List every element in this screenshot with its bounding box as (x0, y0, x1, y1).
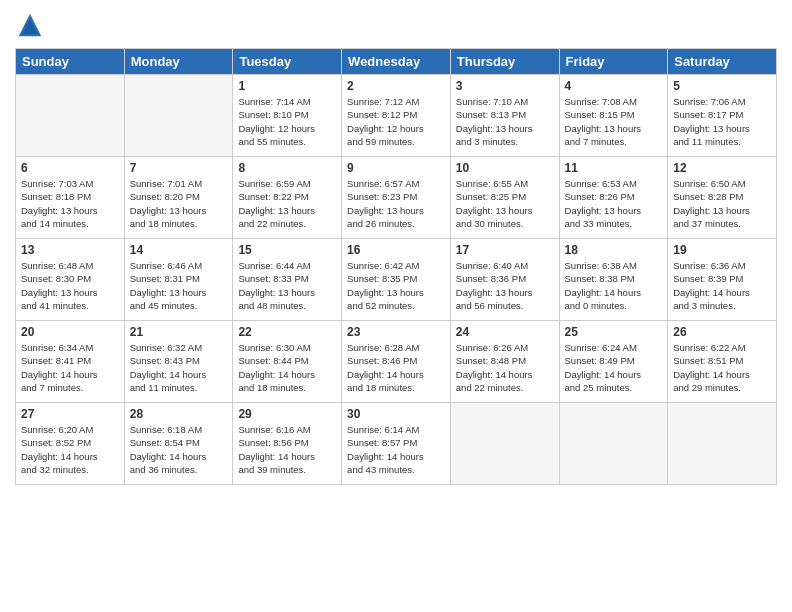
day-number: 21 (130, 325, 228, 339)
day-info: Sunrise: 6:16 AM Sunset: 8:56 PM Dayligh… (238, 423, 336, 476)
calendar-day-cell (668, 403, 777, 485)
calendar-day-cell (124, 75, 233, 157)
calendar-day-cell: 3Sunrise: 7:10 AM Sunset: 8:13 PM Daylig… (450, 75, 559, 157)
calendar-day-cell: 22Sunrise: 6:30 AM Sunset: 8:44 PM Dayli… (233, 321, 342, 403)
day-number: 30 (347, 407, 445, 421)
calendar-day-cell: 1Sunrise: 7:14 AM Sunset: 8:10 PM Daylig… (233, 75, 342, 157)
day-number: 26 (673, 325, 771, 339)
calendar-day-cell: 7Sunrise: 7:01 AM Sunset: 8:20 PM Daylig… (124, 157, 233, 239)
day-info: Sunrise: 6:57 AM Sunset: 8:23 PM Dayligh… (347, 177, 445, 230)
day-number: 19 (673, 243, 771, 257)
weekday-header: Friday (559, 49, 668, 75)
calendar-week-row: 27Sunrise: 6:20 AM Sunset: 8:52 PM Dayli… (16, 403, 777, 485)
day-number: 22 (238, 325, 336, 339)
calendar-day-cell: 28Sunrise: 6:18 AM Sunset: 8:54 PM Dayli… (124, 403, 233, 485)
day-info: Sunrise: 6:28 AM Sunset: 8:46 PM Dayligh… (347, 341, 445, 394)
day-info: Sunrise: 7:03 AM Sunset: 8:18 PM Dayligh… (21, 177, 119, 230)
day-info: Sunrise: 6:24 AM Sunset: 8:49 PM Dayligh… (565, 341, 663, 394)
calendar-day-cell: 14Sunrise: 6:46 AM Sunset: 8:31 PM Dayli… (124, 239, 233, 321)
day-info: Sunrise: 6:59 AM Sunset: 8:22 PM Dayligh… (238, 177, 336, 230)
day-number: 27 (21, 407, 119, 421)
weekday-header: Wednesday (342, 49, 451, 75)
calendar-day-cell: 4Sunrise: 7:08 AM Sunset: 8:15 PM Daylig… (559, 75, 668, 157)
day-info: Sunrise: 6:55 AM Sunset: 8:25 PM Dayligh… (456, 177, 554, 230)
page-container: SundayMondayTuesdayWednesdayThursdayFrid… (0, 0, 792, 612)
logo (15, 10, 49, 40)
day-number: 25 (565, 325, 663, 339)
day-number: 28 (130, 407, 228, 421)
day-info: Sunrise: 6:46 AM Sunset: 8:31 PM Dayligh… (130, 259, 228, 312)
calendar-day-cell: 11Sunrise: 6:53 AM Sunset: 8:26 PM Dayli… (559, 157, 668, 239)
day-number: 16 (347, 243, 445, 257)
day-info: Sunrise: 7:10 AM Sunset: 8:13 PM Dayligh… (456, 95, 554, 148)
day-number: 1 (238, 79, 336, 93)
calendar-day-cell: 13Sunrise: 6:48 AM Sunset: 8:30 PM Dayli… (16, 239, 125, 321)
day-info: Sunrise: 6:32 AM Sunset: 8:43 PM Dayligh… (130, 341, 228, 394)
calendar-day-cell: 10Sunrise: 6:55 AM Sunset: 8:25 PM Dayli… (450, 157, 559, 239)
day-number: 24 (456, 325, 554, 339)
logo-icon (15, 10, 45, 40)
day-number: 18 (565, 243, 663, 257)
weekday-header-row: SundayMondayTuesdayWednesdayThursdayFrid… (16, 49, 777, 75)
calendar-week-row: 20Sunrise: 6:34 AM Sunset: 8:41 PM Dayli… (16, 321, 777, 403)
day-info: Sunrise: 6:53 AM Sunset: 8:26 PM Dayligh… (565, 177, 663, 230)
day-info: Sunrise: 6:42 AM Sunset: 8:35 PM Dayligh… (347, 259, 445, 312)
calendar-day-cell (450, 403, 559, 485)
day-number: 14 (130, 243, 228, 257)
calendar-day-cell: 17Sunrise: 6:40 AM Sunset: 8:36 PM Dayli… (450, 239, 559, 321)
calendar-day-cell: 21Sunrise: 6:32 AM Sunset: 8:43 PM Dayli… (124, 321, 233, 403)
calendar-day-cell: 23Sunrise: 6:28 AM Sunset: 8:46 PM Dayli… (342, 321, 451, 403)
day-number: 13 (21, 243, 119, 257)
calendar-table: SundayMondayTuesdayWednesdayThursdayFrid… (15, 48, 777, 485)
calendar-day-cell: 29Sunrise: 6:16 AM Sunset: 8:56 PM Dayli… (233, 403, 342, 485)
day-info: Sunrise: 6:48 AM Sunset: 8:30 PM Dayligh… (21, 259, 119, 312)
calendar-day-cell: 12Sunrise: 6:50 AM Sunset: 8:28 PM Dayli… (668, 157, 777, 239)
day-number: 6 (21, 161, 119, 175)
day-number: 17 (456, 243, 554, 257)
day-info: Sunrise: 7:14 AM Sunset: 8:10 PM Dayligh… (238, 95, 336, 148)
day-info: Sunrise: 6:44 AM Sunset: 8:33 PM Dayligh… (238, 259, 336, 312)
day-info: Sunrise: 7:06 AM Sunset: 8:17 PM Dayligh… (673, 95, 771, 148)
day-info: Sunrise: 6:38 AM Sunset: 8:38 PM Dayligh… (565, 259, 663, 312)
calendar-day-cell (16, 75, 125, 157)
day-number: 8 (238, 161, 336, 175)
day-number: 10 (456, 161, 554, 175)
calendar-day-cell: 6Sunrise: 7:03 AM Sunset: 8:18 PM Daylig… (16, 157, 125, 239)
day-info: Sunrise: 6:20 AM Sunset: 8:52 PM Dayligh… (21, 423, 119, 476)
day-info: Sunrise: 7:12 AM Sunset: 8:12 PM Dayligh… (347, 95, 445, 148)
calendar-day-cell: 19Sunrise: 6:36 AM Sunset: 8:39 PM Dayli… (668, 239, 777, 321)
day-number: 9 (347, 161, 445, 175)
day-number: 11 (565, 161, 663, 175)
day-info: Sunrise: 6:26 AM Sunset: 8:48 PM Dayligh… (456, 341, 554, 394)
calendar-day-cell: 2Sunrise: 7:12 AM Sunset: 8:12 PM Daylig… (342, 75, 451, 157)
weekday-header: Monday (124, 49, 233, 75)
calendar-day-cell: 24Sunrise: 6:26 AM Sunset: 8:48 PM Dayli… (450, 321, 559, 403)
day-number: 12 (673, 161, 771, 175)
day-number: 5 (673, 79, 771, 93)
calendar-day-cell: 27Sunrise: 6:20 AM Sunset: 8:52 PM Dayli… (16, 403, 125, 485)
day-info: Sunrise: 6:14 AM Sunset: 8:57 PM Dayligh… (347, 423, 445, 476)
calendar-day-cell: 8Sunrise: 6:59 AM Sunset: 8:22 PM Daylig… (233, 157, 342, 239)
weekday-header: Tuesday (233, 49, 342, 75)
day-number: 2 (347, 79, 445, 93)
calendar-day-cell: 16Sunrise: 6:42 AM Sunset: 8:35 PM Dayli… (342, 239, 451, 321)
day-info: Sunrise: 6:50 AM Sunset: 8:28 PM Dayligh… (673, 177, 771, 230)
calendar-day-cell (559, 403, 668, 485)
day-info: Sunrise: 6:30 AM Sunset: 8:44 PM Dayligh… (238, 341, 336, 394)
day-number: 15 (238, 243, 336, 257)
calendar-week-row: 13Sunrise: 6:48 AM Sunset: 8:30 PM Dayli… (16, 239, 777, 321)
weekday-header: Saturday (668, 49, 777, 75)
weekday-header: Thursday (450, 49, 559, 75)
calendar-day-cell: 26Sunrise: 6:22 AM Sunset: 8:51 PM Dayli… (668, 321, 777, 403)
calendar-day-cell: 25Sunrise: 6:24 AM Sunset: 8:49 PM Dayli… (559, 321, 668, 403)
calendar-day-cell: 5Sunrise: 7:06 AM Sunset: 8:17 PM Daylig… (668, 75, 777, 157)
day-info: Sunrise: 6:34 AM Sunset: 8:41 PM Dayligh… (21, 341, 119, 394)
day-number: 20 (21, 325, 119, 339)
day-number: 7 (130, 161, 228, 175)
calendar-day-cell: 18Sunrise: 6:38 AM Sunset: 8:38 PM Dayli… (559, 239, 668, 321)
calendar-week-row: 1Sunrise: 7:14 AM Sunset: 8:10 PM Daylig… (16, 75, 777, 157)
calendar-day-cell: 20Sunrise: 6:34 AM Sunset: 8:41 PM Dayli… (16, 321, 125, 403)
calendar-day-cell: 15Sunrise: 6:44 AM Sunset: 8:33 PM Dayli… (233, 239, 342, 321)
calendar-day-cell: 30Sunrise: 6:14 AM Sunset: 8:57 PM Dayli… (342, 403, 451, 485)
day-info: Sunrise: 7:01 AM Sunset: 8:20 PM Dayligh… (130, 177, 228, 230)
